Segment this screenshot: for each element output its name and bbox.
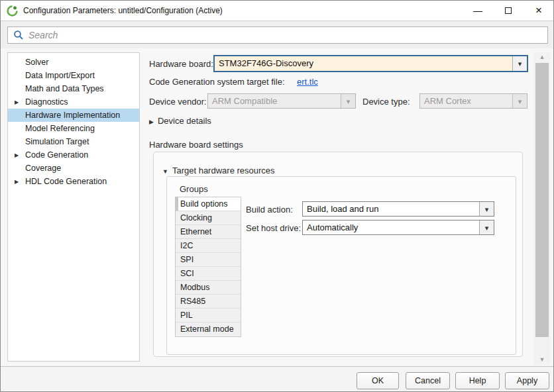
sidebar-item-label: Math and Data Types xyxy=(25,84,104,93)
target-hardware-resources-label: Target hardware resources xyxy=(172,166,275,175)
search-placeholder: Search xyxy=(28,30,58,40)
help-button[interactable]: Help xyxy=(455,372,500,389)
groups-header: Groups xyxy=(180,184,208,194)
dropdown-arrow-icon[interactable]: ▾ xyxy=(479,220,494,234)
titlebar: Configuration Parameters: untitled/Confi… xyxy=(1,1,553,21)
sidebar-item-label: Hardware Implementation xyxy=(25,111,120,120)
search-area: Search xyxy=(1,21,553,48)
group-item-pil[interactable]: PIL xyxy=(176,309,241,322)
expand-arrow-icon[interactable]: ▶ xyxy=(15,179,25,185)
set-host-drive-label: Set host drive: xyxy=(246,223,301,233)
content-area: Solver Data Import/Export Math and Data … xyxy=(1,48,553,366)
device-type-value: ARM Cortex xyxy=(424,94,511,109)
expand-arrow-icon[interactable]: ▶ xyxy=(15,152,25,158)
close-button[interactable]: × xyxy=(525,1,553,21)
group-item-modbus[interactable]: Modbus xyxy=(176,281,241,295)
sidebar-item-label: Model Referencing xyxy=(25,124,95,133)
ert-tlc-link[interactable]: ert.tlc xyxy=(297,77,318,87)
target-hardware-resources-expander[interactable]: ▼Target hardware resources xyxy=(162,164,275,176)
hardware-board-value: STM32F746G-Discovery xyxy=(219,56,511,71)
sidebar-item-math-and-data-types[interactable]: Math and Data Types xyxy=(8,82,139,95)
scroll-up-icon[interactable]: ▲ xyxy=(533,52,551,62)
collapse-arrow-icon: ▼ xyxy=(162,168,168,175)
sidebar-item-data-import-export[interactable]: Data Import/Export xyxy=(8,69,139,82)
ok-button[interactable]: OK xyxy=(357,372,399,389)
sidebar-item-label: Simulation Target xyxy=(25,137,89,146)
device-vendor-select: ARM Compatible ▾ xyxy=(207,93,356,109)
device-vendor-value: ARM Compatible xyxy=(212,94,339,109)
sidebar-item-coverage[interactable]: Coverage xyxy=(8,162,139,175)
device-type-select: ARM Cortex ▾ xyxy=(419,93,527,109)
sidebar-item-label: HDL Code Generation xyxy=(25,177,107,186)
group-item-clocking[interactable]: Clocking xyxy=(176,211,241,225)
hardware-board-label: Hardware board: xyxy=(149,59,213,69)
maximize-icon xyxy=(505,7,512,14)
window-title: Configuration Parameters: untitled/Confi… xyxy=(23,1,223,21)
sidebar-item-solver[interactable]: Solver xyxy=(8,56,139,69)
expand-arrow-icon: ▶ xyxy=(149,119,154,125)
sidebar-item-hardware-implementation[interactable]: Hardware Implementation xyxy=(8,109,139,122)
hardware-board-select[interactable]: STM32F746G-Discovery ▾ xyxy=(214,56,527,72)
group-item-sci[interactable]: SCI xyxy=(176,267,241,281)
sidebar-item-label: Solver xyxy=(25,58,48,67)
build-action-label: Build action: xyxy=(246,205,293,215)
group-item-ethernet[interactable]: Ethernet xyxy=(176,225,241,239)
device-type-label: Device type: xyxy=(362,97,410,107)
group-item-build-options[interactable]: Build options xyxy=(176,197,241,211)
group-item-external-mode[interactable]: External mode xyxy=(176,322,241,336)
build-action-value: Build, load and run xyxy=(307,202,478,217)
group-item-spi[interactable]: SPI xyxy=(176,253,241,267)
sidebar-item-model-referencing[interactable]: Model Referencing xyxy=(8,122,139,135)
groups-list: Build options Clocking Ethernet I2C SPI … xyxy=(175,197,241,337)
sidebar-item-simulation-target[interactable]: Simulation Target xyxy=(8,135,139,148)
vertical-scrollbar[interactable]: ▲ ▼ xyxy=(533,52,551,365)
sidebar-item-code-generation[interactable]: ▶Code Generation xyxy=(8,148,139,162)
sidebar-item-diagnostics[interactable]: ▶Diagnostics xyxy=(8,95,139,109)
set-host-drive-select[interactable]: Automatically ▾ xyxy=(302,220,494,235)
cancel-button[interactable]: Cancel xyxy=(406,372,450,389)
hardware-board-settings-heading: Hardware board settings xyxy=(149,140,243,150)
expand-arrow-icon[interactable]: ▶ xyxy=(15,99,25,105)
sidebar-item-label: Data Import/Export xyxy=(25,71,95,80)
search-input[interactable]: Search xyxy=(7,26,548,44)
category-tree: Solver Data Import/Export Math and Data … xyxy=(7,52,140,362)
sidebar-item-label: Diagnostics xyxy=(25,97,68,107)
device-vendor-label: Device vendor: xyxy=(149,97,207,107)
set-host-drive-value: Automatically xyxy=(307,220,478,235)
apply-button[interactable]: Apply xyxy=(505,372,549,389)
device-details-expander[interactable]: ▶Device details xyxy=(149,115,211,126)
build-action-select[interactable]: Build, load and run ▾ xyxy=(302,201,494,217)
sidebar-item-label: Coverage xyxy=(25,164,61,173)
footer-button-bar: OK Cancel Help Apply xyxy=(1,366,553,392)
device-details-label: Device details xyxy=(158,116,211,126)
group-item-rs485[interactable]: RS485 xyxy=(176,295,241,309)
maximize-button[interactable] xyxy=(494,1,522,21)
dropdown-arrow-icon: ▾ xyxy=(341,94,355,108)
configuration-parameters-window: Configuration Parameters: untitled/Confi… xyxy=(0,0,554,392)
search-icon xyxy=(13,30,24,40)
simulink-app-icon xyxy=(7,5,18,17)
dropdown-arrow-icon[interactable]: ▾ xyxy=(479,202,494,216)
scroll-down-icon[interactable]: ▼ xyxy=(533,355,551,365)
scrollbar-thumb[interactable] xyxy=(535,63,549,337)
sidebar-item-hdl-code-generation[interactable]: ▶HDL Code Generation xyxy=(8,175,139,188)
group-item-i2c[interactable]: I2C xyxy=(176,239,241,253)
minimize-button[interactable]: — xyxy=(464,1,492,21)
dropdown-arrow-icon: ▾ xyxy=(512,94,527,108)
sidebar-item-label: Code Generation xyxy=(25,150,88,160)
dropdown-arrow-icon[interactable]: ▾ xyxy=(512,56,527,71)
system-target-file-label: Code Generation system target file: xyxy=(149,77,285,87)
